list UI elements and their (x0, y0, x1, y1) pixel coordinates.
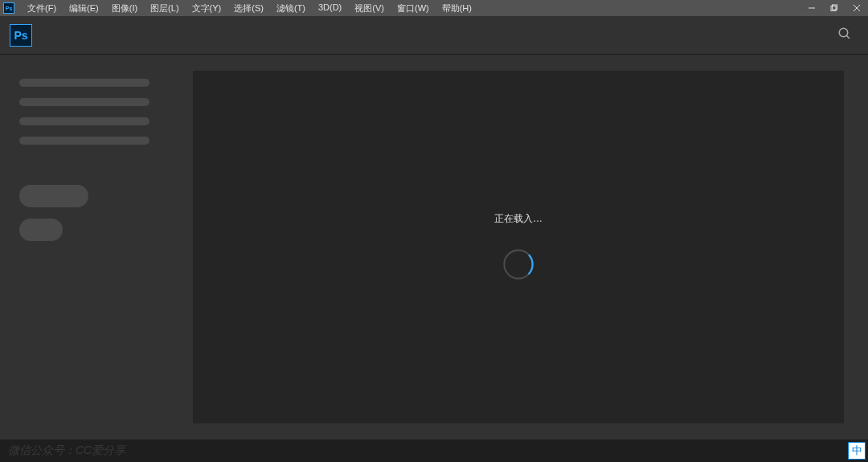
search-button[interactable] (837, 27, 852, 44)
loading-spinner (501, 247, 536, 282)
window-controls (800, 0, 868, 16)
titlebar: Ps 文件(F) 编辑(E) 图像(I) 图层(L) 文字(Y) 选择(S) 滤… (0, 0, 868, 16)
menu-image[interactable]: 图像(I) (105, 1, 144, 16)
menu-file[interactable]: 文件(F) (21, 1, 63, 16)
maximize-icon (830, 4, 838, 12)
spinner-icon (501, 247, 536, 282)
close-icon (853, 4, 861, 12)
watermark-text: 微信公众号：CC爱分享 (8, 444, 125, 458)
minimize-button[interactable] (800, 0, 823, 16)
svg-rect-2 (833, 5, 837, 10)
svg-point-5 (839, 28, 848, 37)
svg-point-7 (504, 250, 532, 278)
menu-filter[interactable]: 滤镜(T) (270, 1, 312, 16)
svg-rect-1 (831, 6, 836, 11)
left-panel (0, 55, 193, 440)
skeleton-line (19, 79, 149, 87)
menu-view[interactable]: 视图(V) (348, 1, 391, 16)
skeleton-line (19, 98, 149, 106)
svg-line-6 (846, 35, 850, 39)
maximize-button[interactable] (823, 0, 845, 16)
ps-logo[interactable]: Ps (10, 24, 32, 47)
menu-window[interactable]: 窗口(W) (391, 1, 436, 16)
menu-select[interactable]: 选择(S) (227, 1, 270, 16)
skeleton-line (19, 117, 149, 125)
menu-edit[interactable]: 编辑(E) (63, 1, 105, 16)
ime-badge[interactable]: 中 (848, 442, 866, 460)
loading-text: 正在载入… (494, 212, 542, 226)
main-area: 正在载入… (0, 55, 868, 440)
menu-layer[interactable]: 图层(L) (144, 1, 185, 16)
search-icon (837, 27, 852, 41)
app-icon: Ps (3, 2, 14, 14)
menu-help[interactable]: 帮助(H) (436, 1, 478, 16)
menu-3d[interactable]: 3D(D) (312, 1, 348, 16)
minimize-icon (808, 4, 816, 12)
options-bar: Ps (0, 16, 868, 55)
close-button[interactable] (845, 0, 868, 16)
skeleton-pill (19, 185, 88, 207)
svg-point-8 (501, 247, 536, 282)
canvas-area: 正在载入… (193, 71, 844, 423)
bottom-bar: 微信公众号：CC爱分享 (0, 440, 868, 462)
menubar: 文件(F) 编辑(E) 图像(I) 图层(L) 文字(Y) 选择(S) 滤镜(T… (21, 1, 478, 16)
skeleton-pill (19, 219, 63, 241)
skeleton-line (19, 137, 149, 145)
menu-type[interactable]: 文字(Y) (186, 1, 228, 16)
